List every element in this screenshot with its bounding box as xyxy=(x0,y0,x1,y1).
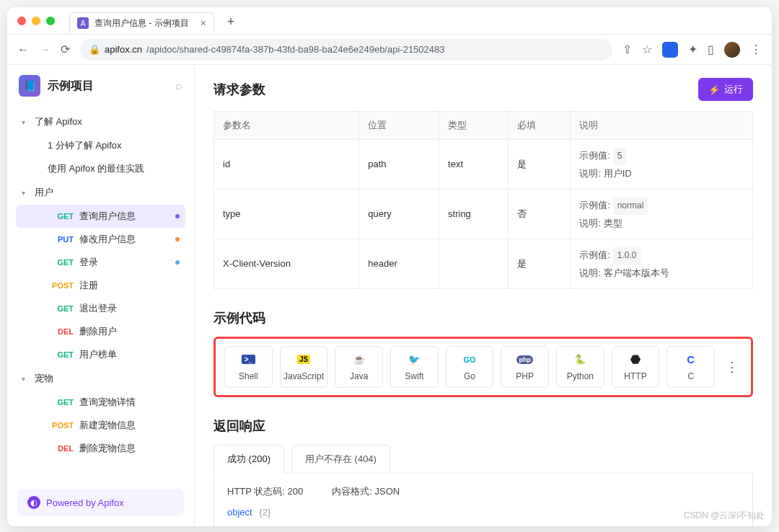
sidebar-api-item[interactable]: GET用户榜单 xyxy=(16,343,185,366)
share-icon[interactable]: ⇪ xyxy=(622,43,632,56)
profile-avatar[interactable] xyxy=(724,42,740,58)
response-tab[interactable]: 成功 (200) xyxy=(214,445,284,474)
lang-card-c[interactable]: CC xyxy=(666,346,715,388)
param-required: 是 xyxy=(509,239,571,288)
response-body: HTTP 状态码: 200 内容格式: JSON object {2} xyxy=(214,474,753,526)
http-method-badge: DEL xyxy=(48,444,74,453)
reload-icon[interactable]: ⟳ xyxy=(61,43,70,56)
menu-icon[interactable]: ⋮ xyxy=(750,43,762,56)
sidebar-api-item[interactable]: GET退出登录 xyxy=(16,297,185,320)
param-name: id xyxy=(214,140,359,190)
close-window-button[interactable] xyxy=(17,17,26,25)
item-label: 1 分钟了解 Apifox xyxy=(48,139,180,152)
back-icon[interactable]: ← xyxy=(17,43,29,56)
minimize-window-button[interactable] xyxy=(32,17,40,25)
url-host: apifox.cn xyxy=(105,44,142,55)
address-bar[interactable]: 🔒 apifox.cn /apidoc/shared-c49874fa-387b… xyxy=(80,39,612,61)
new-tab-button[interactable]: + xyxy=(227,14,235,30)
table-header: 说明 xyxy=(571,112,753,140)
main-content: 请求参数 ⚡ 运行 参数名位置类型必填说明 idpathtext是示例值: 5说… xyxy=(195,65,772,526)
star-icon[interactable]: ☆ xyxy=(642,43,652,56)
sidebar-group[interactable]: ▾宠物 xyxy=(16,366,185,391)
api-name: 删除宠物信息 xyxy=(79,442,180,455)
window-titlebar: A 查询用户信息 - 示例项目 × + xyxy=(7,7,772,35)
lang-card-shell[interactable]: >_Shell xyxy=(224,346,273,388)
api-name: 删除用户 xyxy=(79,325,180,338)
lang-card-python[interactable]: 🐍Python xyxy=(556,346,604,388)
lang-card-swift[interactable]: 🐦Swift xyxy=(390,346,439,388)
sidebar-api-item[interactable]: DEL删除用户 xyxy=(16,320,185,343)
table-row: typequerystring否示例值: normal说明: 类型 xyxy=(214,189,753,239)
extension-icon[interactable] xyxy=(662,42,678,58)
param-desc: 示例值: normal说明: 类型 xyxy=(571,189,753,239)
project-header: 📘 示例项目 ⌕ xyxy=(7,65,194,107)
maximize-window-button[interactable] xyxy=(46,17,55,25)
apifox-logo-icon: ◐ xyxy=(27,496,40,509)
sidebar-doc-item[interactable]: 使用 Apifox 的最佳实践 xyxy=(16,157,185,180)
http-status-label: HTTP 状态码: 200 xyxy=(227,485,303,498)
param-desc: 示例值: 1.0.0说明: 客户端本版本号 xyxy=(571,239,753,288)
param-name: X-Client-Version xyxy=(214,239,359,288)
sidebar-api-item[interactable]: PUT修改用户信息 xyxy=(16,228,185,251)
api-name: 登录 xyxy=(79,256,170,269)
http-method-badge: POST xyxy=(48,281,74,290)
status-dot xyxy=(175,214,180,218)
table-header: 位置 xyxy=(359,112,439,140)
more-languages-button[interactable]: ⋮ xyxy=(722,346,742,388)
response-tab[interactable]: 用户不存在 (404) xyxy=(291,445,390,473)
forward-icon[interactable]: → xyxy=(39,43,50,56)
chevron-down-icon: ▾ xyxy=(22,189,30,197)
run-button[interactable]: ⚡ 运行 xyxy=(698,78,753,101)
tab-favicon: A xyxy=(77,17,89,29)
http-method-badge: GET xyxy=(48,258,74,267)
lang-label: JavaScript xyxy=(283,371,324,381)
table-row: X-Client-Versionheader是示例值: 1.0.0说明: 客户端… xyxy=(214,239,753,288)
sidebar: 📘 示例项目 ⌕ ▾了解 Apifox1 分钟了解 Apifox使用 Apifo… xyxy=(7,65,195,526)
browser-tab[interactable]: A 查询用户信息 - 示例项目 × xyxy=(69,12,214,34)
sidebar-api-item[interactable]: GET查询用户信息 xyxy=(16,205,185,228)
param-type: string xyxy=(439,189,509,239)
sidebar-api-item[interactable]: GET登录 xyxy=(16,251,185,274)
lang-label: Java xyxy=(350,371,368,381)
lang-card-javascript[interactable]: JSJavaScript xyxy=(280,346,328,388)
lang-card-java[interactable]: ☕Java xyxy=(335,346,383,388)
param-required: 否 xyxy=(509,189,571,239)
puzzle-icon[interactable]: ✦ xyxy=(688,43,697,56)
group-label: 了解 Apifox xyxy=(35,115,82,128)
table-header: 类型 xyxy=(439,112,509,140)
search-icon[interactable]: ⌕ xyxy=(175,79,182,92)
code-languages: >_ShellJSJavaScript☕Java🐦SwiftGOGophpPHP… xyxy=(214,337,753,397)
param-in: header xyxy=(359,239,439,288)
close-tab-icon[interactable]: × xyxy=(201,17,206,29)
sidebar-api-item[interactable]: POST注册 xyxy=(16,274,185,297)
lang-card-go[interactable]: GOGo xyxy=(446,346,494,388)
lock-icon: 🔒 xyxy=(89,44,100,55)
lang-label: C xyxy=(687,371,694,381)
tab-title: 查询用户信息 - 示例项目 xyxy=(94,17,189,30)
json-root-line[interactable]: object {2} xyxy=(227,507,739,518)
http-method-badge: GET xyxy=(48,398,74,407)
http-method-badge: GET xyxy=(48,212,74,221)
lang-card-php[interactable]: phpPHP xyxy=(501,346,549,388)
api-tree: ▾了解 Apifox1 分钟了解 Apifox使用 Apifox 的最佳实践▾用… xyxy=(7,107,194,482)
response-tabs: 成功 (200)用户不存在 (404) xyxy=(214,445,753,474)
sidebar-api-item[interactable]: DEL删除宠物信息 xyxy=(16,437,185,460)
sidebar-group[interactable]: ▾了解 Apifox xyxy=(16,110,185,134)
table-header: 参数名 xyxy=(214,112,359,140)
http-method-badge: POST xyxy=(48,421,74,430)
api-name: 新建宠物信息 xyxy=(79,419,180,432)
sidebar-api-item[interactable]: POST新建宠物信息 xyxy=(16,414,185,437)
powered-label: Powered by Apifox xyxy=(46,497,124,508)
api-name: 修改用户信息 xyxy=(79,233,170,246)
params-table: 参数名位置类型必填说明 idpathtext是示例值: 5说明: 用户IDtyp… xyxy=(214,111,753,289)
traffic-lights xyxy=(17,17,55,25)
sidebar-doc-item[interactable]: 1 分钟了解 Apifox xyxy=(16,134,185,157)
powered-by-apifox[interactable]: ◐ Powered by Apifox xyxy=(17,489,184,516)
lang-card-http[interactable]: ⬣HTTP xyxy=(612,346,660,388)
lang-label: Shell xyxy=(239,371,258,381)
sidebar-api-item[interactable]: GET查询宠物详情 xyxy=(16,391,185,414)
panel-icon[interactable]: ▯ xyxy=(708,43,714,56)
http-method-badge: GET xyxy=(48,350,74,359)
api-name: 退出登录 xyxy=(79,302,180,315)
sidebar-group[interactable]: ▾用户 xyxy=(16,180,185,205)
